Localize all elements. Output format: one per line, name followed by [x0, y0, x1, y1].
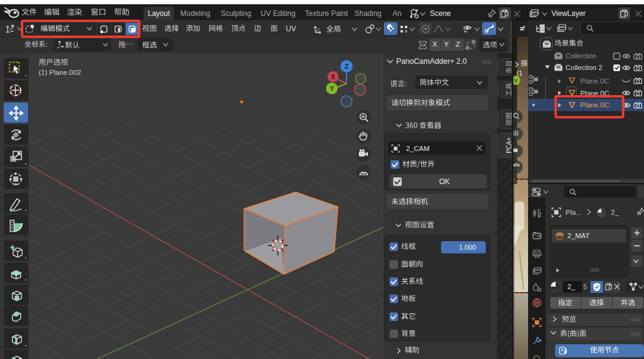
- svg-text:X: X: [331, 74, 335, 80]
- svg-text:Y: Y: [514, 78, 518, 84]
- svg-text:Y: Y: [330, 85, 334, 92]
- svg-text:Z: Z: [345, 63, 348, 70]
